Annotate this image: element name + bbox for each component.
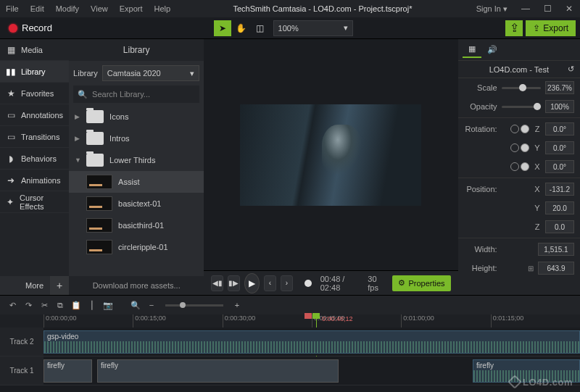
- rotation-y-icon[interactable]: [509, 143, 529, 152]
- timeline-clip[interactable]: firefly: [44, 359, 92, 383]
- next-frame-button[interactable]: ▮▶: [228, 275, 240, 291]
- track-header[interactable]: Track 1: [0, 356, 44, 385]
- rotation-z-icon[interactable]: [509, 125, 529, 133]
- folder-icon: [86, 154, 104, 167]
- library-search[interactable]: 🔍 Search Library...: [73, 86, 199, 103]
- library-dropdown[interactable]: Camtasia 2020▾: [102, 65, 200, 81]
- chevron-down-icon: ▼: [75, 157, 80, 164]
- canvas[interactable]: [204, 39, 457, 270]
- sign-in[interactable]: Sign In ▾: [469, 4, 515, 14]
- cut-button[interactable]: ✂: [38, 299, 51, 312]
- redo-button[interactable]: ↷: [22, 299, 35, 312]
- arrow-tool[interactable]: ➤: [214, 20, 231, 36]
- track-header[interactable]: Track 2: [0, 328, 44, 356]
- sidebar-item-behaviors[interactable]: ◗Behaviors: [0, 148, 69, 170]
- prev-button[interactable]: ‹: [264, 275, 276, 291]
- position-z-value[interactable]: 0.0: [545, 220, 574, 233]
- minimize-button[interactable]: —: [515, 4, 536, 14]
- zoom-out-button[interactable]: −: [145, 299, 158, 312]
- width-label: Width:: [464, 245, 497, 254]
- library-folder-icons[interactable]: ▶Icons: [69, 106, 204, 128]
- menu-export[interactable]: Export: [114, 4, 149, 13]
- download-assets-link[interactable]: Download more assets...: [69, 276, 204, 295]
- chevron-right-icon: ▶: [75, 113, 80, 120]
- hand-tool[interactable]: ✋: [233, 20, 250, 36]
- sidebar-item-animations[interactable]: ➜Animations: [0, 170, 69, 191]
- scrubber-handle[interactable]: [304, 280, 312, 287]
- height-label: Height:: [464, 264, 497, 272]
- sidebar-item-favorites[interactable]: ★Favorites: [0, 83, 69, 104]
- next-button[interactable]: ›: [281, 275, 293, 291]
- split-button[interactable]: ⎮: [86, 299, 99, 312]
- rotation-x-value[interactable]: 0.0°: [545, 160, 574, 173]
- video-preview[interactable]: [240, 104, 421, 206]
- position-y-value[interactable]: 20.0: [545, 201, 574, 214]
- copy-button[interactable]: ⧉: [54, 299, 67, 312]
- snapshot-button[interactable]: 📷: [102, 299, 115, 312]
- asset-thumbnail: [86, 218, 112, 233]
- menu-help[interactable]: Help: [149, 4, 177, 13]
- menu-file[interactable]: File: [0, 4, 25, 13]
- toolbar: Record ➤ ✋ ◫ 100%▾ ⇪ ⇪Export: [0, 17, 580, 39]
- menu-modify[interactable]: Modify: [50, 4, 85, 13]
- menu-view[interactable]: View: [85, 4, 114, 13]
- folder-icon: [86, 132, 104, 145]
- sidebar-item-cursor-effects[interactable]: ✦Cursor Effects: [0, 191, 69, 213]
- sidebar-item-transitions[interactable]: ▭Transitions: [0, 126, 69, 148]
- position-x-value[interactable]: -131.2: [545, 183, 574, 196]
- share-button[interactable]: ⇪: [505, 20, 523, 36]
- property-tab-audio[interactable]: 🔊: [483, 42, 502, 58]
- sidebar-item-library[interactable]: ▮▮Library: [0, 61, 69, 83]
- transitions-icon: ▭: [6, 132, 16, 142]
- animations-icon: ➜: [6, 175, 16, 185]
- library-asset[interactable]: basicthird-01: [69, 214, 204, 236]
- close-button[interactable]: ✕: [558, 4, 580, 14]
- rotation-x-icon[interactable]: [509, 162, 529, 171]
- library-asset[interactable]: circleripple-01: [69, 236, 204, 258]
- rotation-z-value[interactable]: 0.0°: [545, 122, 574, 135]
- height-value[interactable]: 643.9: [538, 262, 574, 275]
- play-button[interactable]: ▶: [244, 273, 260, 293]
- folder-icon: [86, 110, 104, 123]
- lock-icon[interactable]: ⊞: [528, 264, 534, 272]
- timeline-clip[interactable]: firefly: [97, 359, 339, 383]
- timeline-ruler[interactable]: 0:00:00;00 0:00:15;00 0:00:30;00 0:00:45…: [0, 314, 580, 328]
- scale-slider[interactable]: [502, 87, 541, 89]
- scale-value[interactable]: 236.7%: [545, 81, 574, 94]
- maximize-button[interactable]: ☐: [536, 4, 558, 14]
- width-value[interactable]: 1,515.1: [538, 243, 574, 256]
- export-icon: ⇪: [533, 23, 540, 33]
- library-folder-lower-thirds[interactable]: ▼Lower Thirds: [69, 149, 204, 171]
- track-body[interactable]: firefly firefly firefly: [44, 356, 580, 385]
- library-asset[interactable]: basictext-01: [69, 193, 204, 214]
- timeline-zoom-slider[interactable]: [165, 304, 223, 306]
- undo-button[interactable]: ↶: [6, 299, 19, 312]
- menu-edit[interactable]: Edit: [25, 4, 50, 13]
- rotation-y-value[interactable]: 0.0°: [545, 141, 574, 154]
- sidebar-item-media[interactable]: ▦Media: [0, 39, 69, 61]
- add-button[interactable]: +: [50, 276, 69, 295]
- library-asset[interactable]: Assist: [69, 171, 204, 193]
- timeline-clip[interactable]: gsp-video: [44, 330, 580, 354]
- opacity-value[interactable]: 100%: [545, 100, 574, 113]
- paste-button[interactable]: 📋: [70, 299, 83, 312]
- crop-tool[interactable]: ◫: [252, 20, 269, 36]
- prev-frame-button[interactable]: ◀▮: [211, 275, 223, 291]
- track-body[interactable]: gsp-video: [44, 328, 580, 356]
- opacity-slider[interactable]: [502, 106, 541, 108]
- export-button[interactable]: ⇪Export: [526, 20, 576, 36]
- sidebar-item-annotations[interactable]: ▭Annotations: [0, 104, 69, 126]
- asset-thumbnail: [86, 240, 112, 254]
- canvas-zoom-select[interactable]: 100%▾: [273, 20, 353, 36]
- zoom-fit-button[interactable]: 🔍: [129, 299, 142, 312]
- sidebar: ▦Media ▮▮Library ★Favorites ▭Annotations…: [0, 39, 69, 295]
- time-display: 00:48 / 02:48: [320, 275, 355, 292]
- properties-button[interactable]: ⚙Properties: [392, 275, 450, 291]
- zoom-in-button[interactable]: +: [231, 299, 244, 312]
- opacity-label: Opacity: [464, 102, 497, 111]
- sidebar-more[interactable]: More +: [0, 276, 69, 295]
- property-tab-visual[interactable]: ▦: [463, 42, 481, 58]
- library-folder-intros[interactable]: ▶Intros: [69, 128, 204, 149]
- record-button[interactable]: Record: [0, 22, 61, 33]
- reset-icon[interactable]: ↺: [568, 64, 574, 74]
